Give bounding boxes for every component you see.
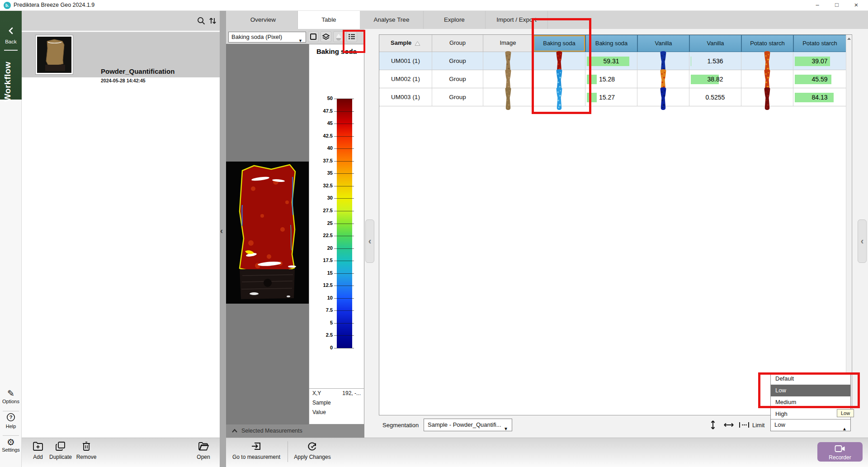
column-header-baking-soda-image[interactable]: Baking soda	[533, 35, 585, 52]
group-cell: Group	[432, 88, 483, 106]
legend-tick-line	[334, 348, 354, 348]
column-header-potato-starch-value[interactable]: Potato starch	[793, 35, 846, 52]
value-bar	[587, 93, 597, 102]
vanilla-image-cell	[637, 70, 689, 88]
tab-analyse-tree[interactable]: Analyse Tree	[360, 11, 424, 29]
legend-tick-line	[334, 124, 354, 124]
open-button[interactable]: Open	[193, 441, 213, 460]
settings-button[interactable]: ⚙ Settings	[0, 437, 22, 453]
legend-tick-label: 10	[310, 295, 333, 300]
sort-triangle-icon	[415, 41, 420, 46]
fit-columns-icon[interactable]	[739, 421, 750, 429]
legend-tick-line	[334, 273, 354, 274]
sync-icon	[307, 441, 318, 452]
legend-divider	[309, 388, 364, 389]
duplicate-button[interactable]: Duplicate	[47, 441, 74, 460]
add-button[interactable]: Add	[28, 441, 48, 460]
popup-option-medium[interactable]: Medium	[771, 396, 850, 408]
back-button[interactable]: Back	[0, 39, 22, 44]
legend-tick-labels: 5047.54542.54037.53532.53027.52522.52017…	[309, 99, 364, 348]
pencil-icon: ✎	[0, 388, 22, 399]
bottom-toolbar	[22, 438, 868, 467]
baking-soda-image-cell	[533, 70, 585, 88]
collapse-viewer-handle[interactable]: ‹	[365, 219, 374, 263]
table-row[interactable]: UM002 (1) Group 15.28 38.82 45.59	[379, 70, 846, 88]
trash-icon	[81, 441, 92, 452]
limit-select[interactable]: Low ▲	[770, 419, 851, 431]
search-icon[interactable]	[197, 16, 206, 25]
recorder-button[interactable]: Recorder	[817, 442, 863, 462]
legend-tick-label: 37.5	[310, 158, 333, 163]
sort-icon[interactable]	[208, 16, 218, 25]
legend-tick-label: 12.5	[310, 282, 333, 288]
sidebar-divider	[3, 411, 19, 411]
popup-option-default[interactable]: Default	[771, 373, 850, 385]
image-cell	[483, 52, 533, 70]
tab-import-export[interactable]: Import / Export	[486, 11, 548, 29]
legend-tick-line	[334, 286, 354, 286]
table-row[interactable]: UM001 (1) Group 59.31 1.536 39.07	[379, 52, 846, 70]
remove-button[interactable]: Remove	[75, 441, 98, 460]
legend-tick-label: 47.5	[310, 108, 333, 114]
apply-changes-button[interactable]: Apply Changes	[292, 441, 333, 460]
help-icon: ?	[6, 413, 15, 422]
sample-cell: UM001 (1)	[379, 52, 432, 70]
column-header-sample[interactable]: Sample	[379, 35, 432, 52]
legend-tick-label: 45	[310, 120, 333, 126]
measurement-list-header	[22, 11, 220, 31]
column-header-vanilla-image[interactable]: Vanilla	[637, 35, 689, 52]
legend-tick-label: 35	[310, 170, 333, 176]
minimize-button[interactable]: –	[808, 0, 826, 10]
collapse-right-panel-handle[interactable]: ‹	[858, 219, 867, 263]
column-header-group[interactable]: Group	[432, 35, 483, 52]
svg-text:?: ?	[9, 415, 13, 420]
table-row[interactable]: UM003 (1) Group 15.27 0.5255 84.13	[379, 88, 846, 106]
column-header-vanilla-value[interactable]: Vanilla	[689, 35, 741, 52]
column-header-baking-soda-value[interactable]: Baking soda	[585, 35, 637, 52]
layers-tool-button[interactable]	[321, 31, 331, 42]
popup-option-low[interactable]: Low	[771, 385, 850, 396]
tab-overview[interactable]: Overview	[229, 11, 298, 29]
vanilla-image-cell	[637, 88, 689, 106]
segmentation-select[interactable]: Sample - Powder_Quantifi... ▼	[424, 419, 512, 431]
image-cell	[483, 70, 533, 88]
legend-tick-line	[334, 198, 354, 199]
value-bar	[587, 75, 597, 84]
probe-value-label: Value	[312, 409, 326, 415]
fit-width-icon[interactable]	[723, 421, 734, 429]
column-header-image[interactable]: Image	[483, 35, 533, 52]
video-camera-icon	[835, 445, 845, 453]
duplicate-icon	[55, 441, 66, 452]
column-header-potato-starch-image[interactable]: Potato starch	[741, 35, 793, 52]
selected-measurements-label: Selected Measurements	[241, 428, 302, 434]
back-chevron-icon	[8, 27, 14, 34]
measurement-list-item[interactable]: Powder_Quantification 2024-05-28 14:42:4…	[22, 32, 220, 77]
maximize-button[interactable]: □	[828, 0, 846, 10]
legend-tick-line	[334, 148, 354, 149]
window-title: Prediktera Breeze Geo 2024.1.9	[14, 2, 94, 8]
selected-measurements-bar[interactable]: Selected Measurements	[226, 424, 364, 438]
tab-table[interactable]: Table	[298, 11, 360, 29]
contrast-tool-button[interactable]	[333, 31, 344, 42]
panel-splitter[interactable]	[220, 11, 226, 467]
collapse-left-panel-icon[interactable]: ‹	[220, 226, 223, 236]
scroll-up-icon[interactable]	[847, 38, 851, 40]
list-view-button[interactable]	[346, 31, 357, 42]
tab-explore[interactable]: Explore	[424, 11, 486, 29]
go-to-measurement-button[interactable]: Go to measurement	[230, 441, 283, 460]
chevron-down-icon: ▼	[504, 423, 508, 435]
bullet-list-icon	[348, 33, 356, 41]
baking-soda-value-cell: 15.28	[585, 70, 637, 88]
square-select-tool-button[interactable]	[308, 31, 319, 42]
legend-tick-label: 25	[310, 220, 333, 226]
image-viewer-panel[interactable]	[226, 44, 309, 424]
help-button[interactable]: ? Help	[0, 413, 22, 429]
table-scrollbar[interactable]	[846, 35, 851, 415]
workflow-sidebar-section: Back Workflow	[0, 11, 22, 100]
close-button[interactable]: ×	[847, 0, 865, 10]
colormap-select[interactable]: Baking soda (Pixel) ▼	[228, 32, 306, 43]
workflow-tab-label[interactable]: Workflow	[3, 56, 19, 107]
chevron-up-icon: ▲	[842, 423, 847, 435]
options-button[interactable]: ✎ Options	[0, 388, 22, 404]
fit-height-icon[interactable]	[709, 420, 717, 430]
